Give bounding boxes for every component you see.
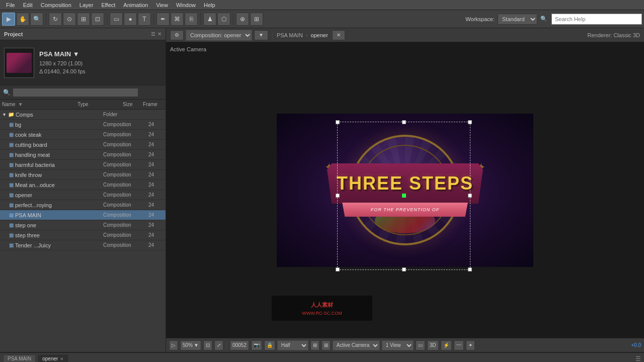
project-item-5[interactable]: ▦harmful bacteriaComposition24 bbox=[0, 160, 166, 170]
vc-fit-btn[interactable]: ⊡ bbox=[203, 340, 212, 350]
vc-render-btn[interactable]: ▭ bbox=[416, 340, 425, 350]
tool-paint[interactable]: ● bbox=[124, 13, 137, 26]
workspace-select[interactable]: Standard All Panels Effects Minimal bbox=[498, 14, 537, 25]
project-item-7[interactable]: ▦Meat an...oduceComposition24 bbox=[0, 180, 166, 190]
item-type: Composition bbox=[103, 232, 148, 238]
col-type-header[interactable]: Type bbox=[77, 102, 123, 107]
folder-expand-icon[interactable]: ▼ bbox=[2, 112, 7, 117]
comp-icon: ▦ bbox=[9, 232, 14, 238]
comp-icon: ▦ bbox=[9, 212, 14, 218]
search-help-input[interactable] bbox=[551, 14, 642, 25]
tool-roto[interactable]: ⬡ bbox=[217, 13, 230, 26]
menu-layer[interactable]: Layer bbox=[75, 0, 98, 10]
vc-grid-btn[interactable]: ⊞ bbox=[321, 340, 331, 350]
vc-motion-btn[interactable]: 〰 bbox=[454, 340, 464, 350]
toolbar-sep-4 bbox=[200, 13, 201, 25]
breadcrumb-opener[interactable]: opener bbox=[311, 32, 328, 38]
tool-puppet[interactable]: ♟ bbox=[203, 13, 216, 26]
comp-close-btn[interactable]: ✕ bbox=[332, 30, 345, 40]
vc-fullscreen-btn[interactable]: ⤢ bbox=[214, 340, 223, 350]
col-frame-header[interactable]: Frame bbox=[143, 102, 163, 107]
project-item-11[interactable]: ▦step oneComposition24 bbox=[0, 220, 166, 230]
center-panel: ⚙ Composition: opener ▼ PSA MAIN › opene… bbox=[166, 28, 644, 352]
col-name-header[interactable]: Name ▼ bbox=[2, 102, 77, 107]
composition-preview: ✦ ✦ THREE STEPS FOR THE PREVENTION OF bbox=[277, 114, 533, 267]
tl-tab-close[interactable]: ✕ bbox=[60, 356, 64, 361]
tool-rect[interactable]: ▭ bbox=[110, 13, 123, 26]
menu-composition[interactable]: Composition bbox=[37, 0, 75, 10]
vc-draft-btn[interactable]: ✦ bbox=[466, 340, 475, 350]
vc-3d-btn[interactable]: 3D bbox=[427, 340, 439, 350]
project-item-9[interactable]: ▦perfect...royingComposition24 bbox=[0, 200, 166, 210]
handle-bc[interactable] bbox=[402, 267, 406, 272]
tl-hamburger-icon[interactable]: ☰ bbox=[635, 355, 641, 363]
project-item-3[interactable]: ▦cutting boardComposition24 bbox=[0, 140, 166, 150]
comp-selector[interactable]: Composition: opener bbox=[186, 30, 252, 41]
tool-mask[interactable]: ⌘ bbox=[171, 13, 184, 26]
comp-options-btn[interactable]: ▼ bbox=[254, 30, 268, 40]
vc-quality-select[interactable]: Half Full Third Quarter bbox=[277, 340, 308, 350]
breadcrumb-psa[interactable]: PSA MAIN bbox=[277, 32, 303, 38]
item-type: Composition bbox=[103, 182, 148, 188]
vc-zoom-btn[interactable]: 50% ▼ bbox=[180, 340, 201, 350]
menu-file[interactable]: File bbox=[2, 0, 19, 10]
tool-align[interactable]: ⊞ bbox=[250, 13, 263, 26]
left-panel: Project ☰ ✕ PSA MAIN ▼ 644 x 362 (1.00)… bbox=[0, 28, 166, 352]
folder-icon: 📁 bbox=[8, 112, 14, 117]
comp-icon: ▦ bbox=[9, 132, 14, 137]
handle-bl[interactable] bbox=[336, 267, 340, 272]
item-name: Tender ...Juicy bbox=[15, 242, 103, 248]
col-size-header[interactable]: Size bbox=[123, 102, 143, 107]
vc-view-select[interactable]: 1 View 2 Views 4 Views bbox=[382, 340, 414, 350]
project-item-13[interactable]: ▦Tender ...JuicyComposition24 bbox=[0, 240, 166, 250]
workspace-label: Workspace: bbox=[465, 16, 495, 22]
tool-clone[interactable]: ⎘ bbox=[185, 13, 198, 26]
comp-settings-btn[interactable]: ⚙ bbox=[170, 30, 184, 40]
menu-effect[interactable]: Effect bbox=[97, 0, 119, 10]
project-search-input[interactable] bbox=[13, 88, 138, 97]
vc-toggle-btn[interactable]: ⊞ bbox=[310, 340, 319, 350]
panel-menu-icon[interactable]: ☰ bbox=[151, 31, 155, 37]
project-item-12[interactable]: ▦step threeComposition24 bbox=[0, 230, 166, 240]
project-item-0[interactable]: ▼📁CompsFolder bbox=[0, 110, 166, 120]
vc-timecode[interactable]: 00052 bbox=[230, 340, 249, 350]
tool-selection[interactable]: ▶ bbox=[2, 13, 15, 26]
tl-tab-psa[interactable]: PSA MAIN bbox=[3, 354, 36, 363]
panel-close-icon[interactable]: ✕ bbox=[157, 31, 162, 37]
project-item-10[interactable]: ▦PSA MAINComposition24 bbox=[0, 210, 166, 220]
tool-hand[interactable]: ✋ bbox=[16, 13, 29, 26]
project-panel-title: Project bbox=[4, 31, 23, 37]
project-item-2[interactable]: ▦cook steakComposition24 bbox=[0, 130, 166, 140]
item-name: Comps bbox=[16, 112, 103, 118]
tool-rotate[interactable]: ↻ bbox=[49, 13, 62, 26]
project-item-4[interactable]: ▦handling meatComposition24 bbox=[0, 150, 166, 160]
toolbar: ▶ ✋ 🔍 ↻ ⊙ ⊞ ⊡ ▭ ● T ✒ ⌘ ⎘ ♟ ⬡ ⊕ ⊞ Worksp… bbox=[0, 10, 644, 28]
vc-fast-btn[interactable]: ⚡ bbox=[441, 340, 452, 350]
tool-text[interactable]: T bbox=[138, 13, 151, 26]
vc-preview-btn[interactable]: ▷ bbox=[169, 340, 178, 350]
tool-pen[interactable]: ✒ bbox=[156, 13, 170, 26]
comp-icon: ▦ bbox=[9, 182, 14, 188]
tool-zoom[interactable]: 🔍 bbox=[30, 13, 43, 26]
tool-camera-zoom[interactable]: ⊡ bbox=[91, 13, 104, 26]
vc-camera-btn[interactable]: 📷 bbox=[251, 340, 262, 350]
menu-view[interactable]: View bbox=[152, 0, 172, 10]
tl-tab-opener[interactable]: opener ✕ bbox=[38, 354, 68, 363]
menu-animation[interactable]: Animation bbox=[119, 0, 152, 10]
menu-help[interactable]: Help bbox=[200, 0, 219, 10]
comp-icon: ▦ bbox=[9, 192, 14, 198]
menu-window[interactable]: Window bbox=[172, 0, 200, 10]
tool-snap[interactable]: ⊕ bbox=[236, 13, 249, 26]
tool-camera-orbit[interactable]: ⊙ bbox=[63, 13, 76, 26]
project-item-1[interactable]: ▦bgComposition24 bbox=[0, 120, 166, 130]
tool-camera-track[interactable]: ⊞ bbox=[77, 13, 90, 26]
banner-bottom: FOR THE PREVENTION OF bbox=[340, 203, 470, 217]
menu-edit[interactable]: Edit bbox=[19, 0, 37, 10]
handle-br[interactable] bbox=[468, 267, 472, 272]
project-item-8[interactable]: ▦openerComposition24 bbox=[0, 190, 166, 200]
vc-camera-select[interactable]: Active Camera Top Front Left bbox=[333, 340, 380, 350]
project-item-6[interactable]: ▦knife throwComposition24 bbox=[0, 170, 166, 180]
item-type: Composition bbox=[103, 172, 148, 177]
vc-lock-btn[interactable]: 🔒 bbox=[264, 340, 275, 350]
item-frame: 24 bbox=[148, 242, 164, 248]
